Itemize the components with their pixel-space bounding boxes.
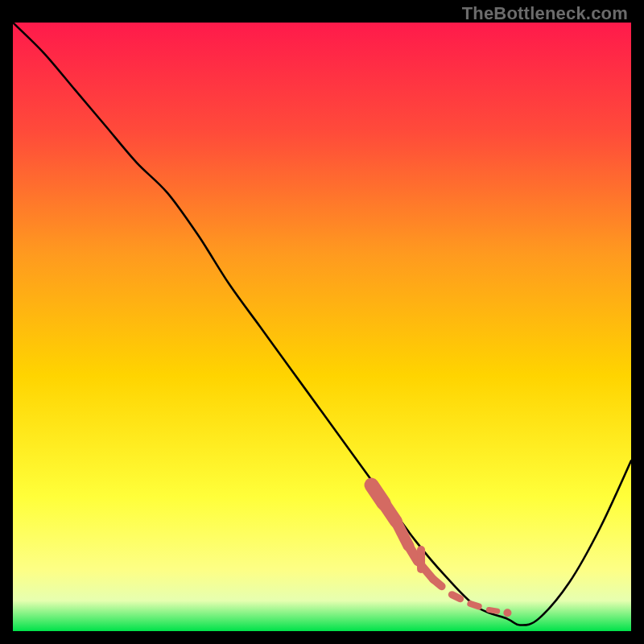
highlight-dash: [470, 604, 478, 606]
highlight-dot: [503, 609, 511, 617]
gradient-background: [13, 23, 631, 631]
highlight-dash: [452, 595, 460, 599]
watermark-text: TheBottleneck.com: [462, 3, 628, 24]
highlight-dash: [433, 580, 441, 587]
highlight-dash: [489, 610, 497, 612]
chart-frame: [13, 23, 631, 631]
bottleneck-chart: [13, 23, 631, 631]
